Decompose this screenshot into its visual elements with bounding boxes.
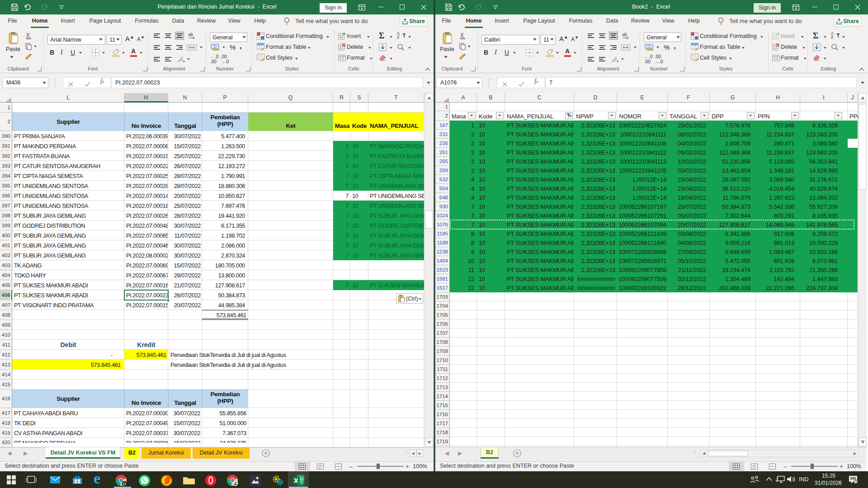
svg-text:↘: ↘ — [182, 59, 185, 63]
svg-text:↘: ↘ — [616, 59, 619, 63]
svg-text:ab: ab — [622, 32, 627, 37]
svg-text:ab: ab — [188, 32, 193, 37]
svg-text:D: D — [123, 482, 126, 486]
